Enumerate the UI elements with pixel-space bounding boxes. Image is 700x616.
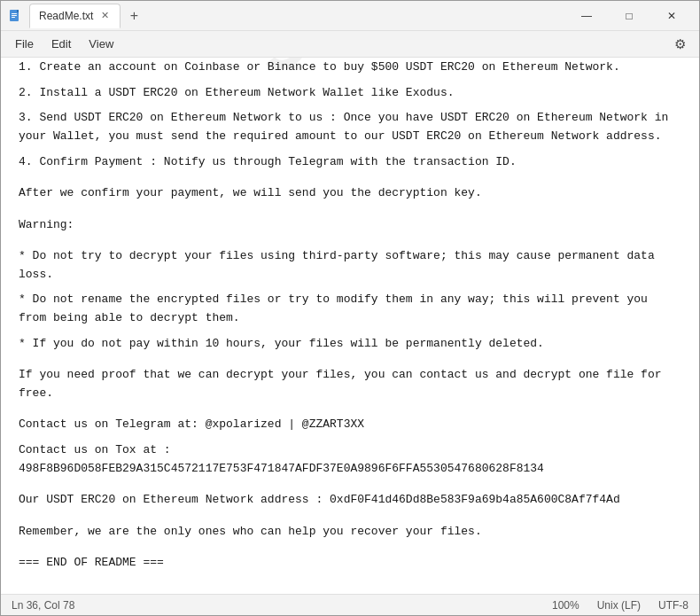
main-window: ReadMe.txt ✕ + — □ ✕ File Edit View ⚙ ST… [0,0,700,616]
tab-area: ReadMe.txt ✕ + [29,4,145,28]
minimize-button[interactable]: — [566,1,607,31]
svg-rect-3 [12,15,17,16]
text-line: If you need proof that we can decrypt yo… [19,366,681,403]
svg-rect-4 [12,17,15,18]
settings-button[interactable]: ⚙ [667,32,692,57]
text-line: 2. Install a USDT ERC20 on Ethereum Netw… [19,84,681,103]
zoom-level[interactable]: 100% [552,599,579,612]
text-line: Contact us on Tox at : 498F8B96D058FEB29… [19,441,681,479]
text-line: 1. Create an account on Coinbase or Bina… [19,58,681,77]
tab-label: ReadMe.txt [39,10,93,22]
title-bar: ReadMe.txt ✕ + — □ ✕ [1,1,699,31]
text-line: Our USDT ERC20 on Ethereum Network addre… [19,491,681,510]
text-line: === END OF README === [19,554,681,573]
menu-edit[interactable]: Edit [44,34,78,54]
text-content: === README === Greet citizen of the worl… [19,58,681,573]
text-line: * Do not rename the encrypted files or t… [19,291,681,328]
text-line: * If you do not pay within 10 hours, you… [19,335,681,354]
status-bar-right: 100% Unix (LF) UTF-8 [552,599,688,612]
text-line: Warning: [19,216,681,235]
menu-view[interactable]: View [82,34,121,54]
status-bar: Ln 36, Col 78 100% Unix (LF) UTF-8 [1,594,699,615]
new-tab-button[interactable]: + [122,4,145,27]
text-line: 3. Send USDT ERC20 on Ethereum Network t… [19,109,681,146]
line-col-indicator: Ln 36, Col 78 [12,599,74,612]
text-line: 4. Confirm Payment : Notify us through T… [19,153,681,172]
menu-file[interactable]: File [8,34,41,54]
window-controls: — □ ✕ [566,1,692,31]
title-bar-left: ReadMe.txt ✕ + [8,4,145,28]
close-button[interactable]: ✕ [651,1,692,31]
text-line: Remember, we are the only ones who can h… [19,523,681,542]
svg-rect-2 [12,13,17,14]
svg-rect-1 [17,10,19,12]
app-icon [8,9,22,23]
line-ending[interactable]: Unix (LF) [597,599,641,612]
encoding[interactable]: UTF-8 [658,599,688,612]
text-editor[interactable]: STOP === README === Greet citizen of the… [1,58,699,594]
active-tab[interactable]: ReadMe.txt ✕ [29,4,121,28]
text-line: * Do not try to decrypt your files using… [19,247,681,285]
text-line: After we confirm your payment, we will s… [19,184,681,203]
maximize-button[interactable]: □ [609,1,649,31]
menu-bar: File Edit View ⚙ [1,31,699,58]
menu-bar-right: ⚙ [667,32,692,57]
text-line: Contact us on Telegram at: @xpolarized |… [19,416,681,434]
tab-close-button[interactable]: ✕ [98,10,111,22]
